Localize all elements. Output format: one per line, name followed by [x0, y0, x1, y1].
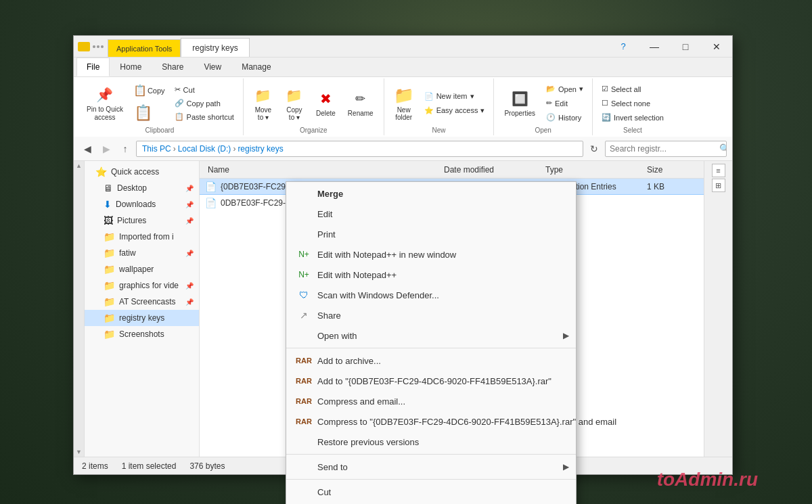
select-all-button[interactable]: ☑ Select all [598, 83, 667, 95]
ctx-edit[interactable]: Edit [286, 204, 576, 224]
sidebar-item-quick-access[interactable]: ⭐ Quick access [85, 164, 199, 180]
minimize-button[interactable]: — [639, 36, 670, 58]
tab-registry-keys[interactable]: registry keys [181, 38, 249, 57]
share-icon: ↗ [297, 308, 311, 322]
ctx-restore-previous[interactable]: Restore previous versions [286, 432, 576, 452]
ribbon-tab-manage[interactable]: Manage [231, 58, 281, 76]
ctx-cut-icon [297, 485, 311, 499]
ctx-edit-npp-new[interactable]: N+ Edit with Notepad++ in new window [286, 244, 576, 265]
window-icon [78, 42, 90, 51]
rar-icon-2: RAR [297, 374, 311, 388]
new-item-button[interactable]: 📄 New item ▾ [421, 90, 489, 103]
ctx-send-to[interactable]: Send to ▶ [286, 457, 576, 477]
folder-icon-3: 📁 [104, 264, 115, 275]
restore-icon [297, 435, 311, 449]
ribbon-content: 📌 Pin to Quickaccess 📋 Copy 📋 ✂ Cut [74, 77, 732, 137]
ctx-add-to-rar[interactable]: RAR Add to "{0DB7E03F-FC29-4DC6-9020-FF4… [286, 371, 576, 391]
sidebar-item-pictures[interactable]: 🖼 Pictures 📌 [85, 212, 199, 229]
open-buttons: 🔲 Properties 📂 Open ▾ ✏ Edit 🕐 [499, 81, 587, 125]
new-folder-button[interactable]: 📁 Newfolder [390, 83, 418, 124]
properties-button[interactable]: 🔲 Properties [499, 86, 540, 120]
star-icon: ⭐ [95, 166, 107, 177]
invert-selection-button[interactable]: 🔄 Invert selection [598, 111, 667, 124]
col-name[interactable]: Name [205, 165, 441, 175]
new-folder-icon: 📁 [394, 86, 413, 105]
col-size[interactable]: Size [644, 165, 698, 175]
search-input[interactable] [606, 144, 715, 154]
notepadpp-icon-2: N+ [297, 268, 311, 281]
forward-button[interactable]: ▶ [98, 141, 114, 157]
sidebar-item-wallpaper[interactable]: 📁 wallpaper [85, 261, 199, 277]
paste-shortcut-button[interactable]: 📋 Paste shortcut [171, 110, 238, 123]
ctx-edit-npp[interactable]: N+ Edit with Notepad++ [286, 265, 576, 285]
ctx-sep-2 [286, 454, 576, 455]
ribbon-tab-file[interactable]: File [76, 58, 110, 76]
back-button[interactable]: ◀ [79, 141, 95, 157]
ribbon-tabs: File Home Share View Manage [74, 58, 732, 77]
ctx-cut[interactable]: Cut [286, 482, 576, 502]
sidebar-item-desktop[interactable]: 🖥 Desktop 📌 [85, 180, 199, 196]
sidebar-item-downloads[interactable]: ⬇ Downloads 📌 [85, 196, 199, 212]
sidebar-item-at-screencasts[interactable]: 📁 AT Screencasts 📌 [85, 294, 199, 310]
ctx-scan-defender[interactable]: 🛡 Scan with Windows Defender... [286, 285, 576, 305]
move-icon: 📁 [254, 86, 273, 105]
ribbon-tab-share[interactable]: Share [152, 58, 194, 76]
title-bar-left [74, 36, 108, 57]
ribbon-group-select: ☑ Select all ☐ Select none 🔄 Invert sele… [593, 78, 673, 135]
help-button[interactable]: ? [608, 36, 639, 58]
history-button[interactable]: 🕐 History [543, 111, 587, 124]
ctx-print[interactable]: Print [286, 224, 576, 244]
copy-path-button[interactable]: 🔗 Copy path [171, 97, 238, 110]
paste-button[interactable]: 📋 [131, 101, 168, 125]
delete-icon: ✖ [316, 89, 335, 108]
open-button[interactable]: 📂 Open ▾ [543, 83, 587, 95]
title-dots [93, 45, 104, 48]
large-icons-view-button[interactable]: ⊞ [712, 179, 725, 192]
ribbon-tab-view[interactable]: View [194, 58, 231, 76]
address-path[interactable]: This PC › Local Disk (D:) › registry key… [136, 141, 583, 157]
col-date[interactable]: Date modified [441, 165, 543, 175]
ribbon-group-open: 🔲 Properties 📂 Open ▾ ✏ Edit 🕐 [494, 78, 593, 135]
maximize-button[interactable]: □ [670, 36, 701, 58]
pin-to-quick-button[interactable]: 📌 Pin to Quickaccess [82, 82, 128, 125]
copy-button[interactable]: 📋 Copy [131, 82, 168, 99]
sidebar-scroll[interactable]: ▲ ▼ [74, 161, 85, 457]
cut-button[interactable]: ✂ Cut [171, 83, 238, 96]
refresh-button[interactable]: ↻ [586, 141, 602, 157]
ctx-compress-email[interactable]: RAR Compress and email... [286, 391, 576, 411]
watermark: toAdmin.ru [657, 469, 758, 490]
tab-application-tools[interactable]: Application Tools [108, 39, 181, 57]
col-type[interactable]: Type [543, 165, 644, 175]
sidebar-item-imported[interactable]: 📁 Imported from i [85, 229, 199, 245]
ctx-share[interactable]: ↗ Share [286, 305, 576, 325]
search-icon[interactable]: 🔍 [715, 143, 727, 154]
ctx-add-archive[interactable]: RAR Add to archive... [286, 350, 576, 371]
clipboard-label: Clipboard [145, 127, 175, 135]
ctx-compress-rar-email[interactable]: RAR Compress to "{0DB7E03F-FC29-4DC6-902… [286, 411, 576, 432]
file-icon-1: 📄 [205, 181, 217, 192]
properties-icon: 🔲 [510, 89, 529, 108]
details-view-button[interactable]: ≡ [712, 164, 725, 177]
rar-icon-3: RAR [297, 394, 311, 408]
sidebar-item-graphics[interactable]: 📁 graphics for vide 📌 [85, 277, 199, 294]
sidebar-item-fatiw[interactable]: 📁 fatiw 📌 [85, 245, 199, 261]
select-none-button[interactable]: ☐ Select none [598, 97, 667, 110]
new-item-icon: 📄 [424, 92, 434, 101]
close-button[interactable]: ✕ [701, 36, 732, 58]
rename-button[interactable]: ✏ Rename [343, 86, 378, 120]
ctx-open-with[interactable]: Open with ▶ [286, 325, 576, 346]
sidebar-item-registry-keys[interactable]: 📁 registry keys [85, 310, 199, 326]
copy-to-button[interactable]: 📁 Copyto ▾ [280, 83, 309, 124]
desktop-icon: 🖥 [104, 183, 113, 193]
rar-icon-1: RAR [297, 354, 311, 367]
ribbon-group-organize: 📁 Moveto ▾ 📁 Copyto ▾ ✖ Delete ✏ Rename … [244, 78, 384, 135]
open-icon: 📂 [546, 85, 556, 93]
easy-access-button[interactable]: ⭐ Easy access ▾ [421, 104, 489, 117]
move-to-button[interactable]: 📁 Moveto ▾ [249, 83, 277, 124]
sidebar-item-screenshots[interactable]: 📁 Screenshots [85, 326, 199, 342]
up-button[interactable]: ↑ [117, 141, 133, 157]
edit-button[interactable]: ✏ Edit [543, 97, 587, 110]
delete-button[interactable]: ✖ Delete [311, 86, 340, 120]
ribbon-tab-home[interactable]: Home [110, 58, 152, 76]
ctx-merge[interactable]: Merge [286, 183, 576, 204]
